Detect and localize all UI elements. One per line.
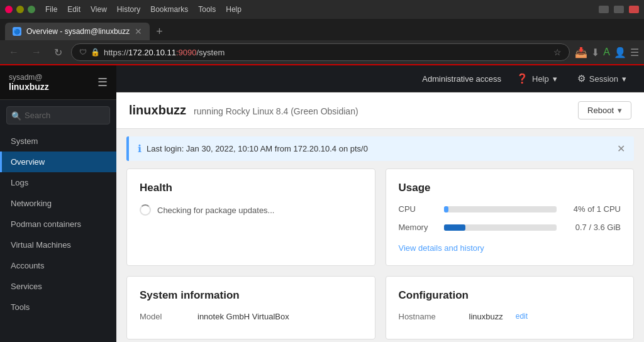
sidebar-item-system[interactable]: System	[0, 131, 116, 152]
extension-icon[interactable]: A	[603, 47, 610, 58]
restore-button[interactable]	[614, 6, 624, 13]
search-icon: 🔍	[11, 111, 21, 120]
sidebar-item-logs[interactable]: Logs	[0, 172, 116, 193]
browser-menubar: File Edit View History Bookmarks Tools H…	[0, 0, 644, 19]
cpu-bar	[444, 206, 448, 212]
page-subtitle: running Rocky Linux 8.4 (Green Obsidian)	[194, 106, 358, 116]
sidebar-item-label: Logs	[11, 178, 28, 187]
url-text: https://172.20.10.11:9090/system	[104, 48, 550, 57]
window-close-button[interactable]	[5, 6, 13, 13]
tab-favicon-icon: 🔵	[13, 27, 21, 36]
main-content: Administrative access ❓ Help ▾ ⚙ Session…	[116, 65, 644, 342]
url-host: 172.20.10.11	[128, 48, 176, 57]
session-button[interactable]: ⚙ Session ▾	[572, 70, 631, 87]
alert-banner: ℹ Last login: Jan 30, 2022, 10:10 AM fro…	[126, 136, 634, 161]
sidebar-username: sysadm@	[9, 73, 49, 82]
url-path: /system	[196, 48, 225, 57]
close-button[interactable]	[629, 6, 639, 13]
config-card: Configuration Hostname linuxbuzz edit	[386, 276, 635, 339]
menu-icon[interactable]: ☰	[630, 47, 639, 58]
alert-content: ℹ Last login: Jan 30, 2022, 10:10 AM fro…	[138, 143, 368, 155]
sidebar-item-tools[interactable]: Tools	[0, 297, 116, 317]
menu-tools[interactable]: Tools	[198, 5, 216, 14]
menu-edit[interactable]: Edit	[67, 5, 80, 14]
sidebar-search-container: 🔍	[0, 100, 116, 131]
url-protocol: https://	[104, 48, 128, 57]
bookmark-star-icon[interactable]: ☆	[553, 47, 562, 57]
hostname-config-value: linuxbuzz	[469, 312, 503, 321]
health-card: Health Checking for package updates...	[126, 168, 375, 266]
sidebar: sysadm@ linuxbuzz ☰ 🔍 System Overview Lo…	[0, 65, 116, 342]
browser-menu: File Edit View History Bookmarks Tools H…	[40, 5, 247, 14]
usage-title: Usage	[399, 182, 621, 194]
menu-file[interactable]: File	[45, 5, 57, 14]
sidebar-item-networking[interactable]: Networking	[0, 193, 116, 214]
sidebar-nav: System Overview Logs Networking Podman c…	[0, 131, 116, 342]
reboot-chevron-icon: ▾	[618, 106, 622, 115]
page-title-area: linuxbuzz running Rocky Linux 8.4 (Green…	[129, 103, 358, 118]
navigation-bar: ← → ↻ 🛡 🔒 https://172.20.10.11:9090/syst…	[0, 40, 644, 65]
menu-view[interactable]: View	[91, 5, 107, 14]
search-input[interactable]	[6, 106, 110, 124]
hostname-config-row: Hostname linuxbuzz edit	[399, 312, 621, 321]
tab-label: Overview - sysadm@linuxbuzz	[26, 27, 130, 36]
url-bar[interactable]: 🛡 🔒 https://172.20.10.11:9090/system ☆	[71, 43, 570, 61]
memory-bar	[444, 224, 465, 231]
window-controls	[5, 6, 35, 13]
sidebar-item-overview[interactable]: Overview	[0, 152, 116, 172]
sidebar-item-label: Podman containers	[11, 219, 81, 229]
alert-close-button[interactable]: ✕	[617, 143, 625, 155]
menu-history[interactable]: History	[117, 5, 140, 14]
info-icon: ℹ	[138, 143, 142, 155]
sidebar-item-label: Services	[11, 282, 42, 291]
admin-access-label: Administrative access	[422, 74, 501, 84]
help-chevron-icon: ▾	[553, 74, 557, 84]
reload-button[interactable]: ↻	[50, 44, 66, 61]
cpu-usage-row: CPU 4% of 1 CPU	[399, 204, 621, 214]
nav-right-buttons: 📥 ⬇ A 👤 ☰	[575, 47, 639, 58]
sidebar-item-services[interactable]: Services	[0, 276, 116, 297]
reboot-button[interactable]: Reboot ▾	[578, 101, 631, 119]
sidebar-item-label: System	[11, 136, 38, 146]
help-button[interactable]: ❓ Help ▾	[511, 70, 562, 87]
content-grid: Health Checking for package updates... U…	[116, 168, 644, 342]
window-maximize-button[interactable]	[28, 6, 35, 13]
active-tab[interactable]: 🔵 Overview - sysadm@linuxbuzz ✕	[5, 23, 150, 40]
new-tab-button[interactable]: +	[151, 23, 168, 40]
lock-icon: 🔒	[91, 48, 100, 57]
menu-bookmarks[interactable]: Bookmarks	[150, 5, 188, 14]
hostname-edit-link[interactable]: edit	[516, 312, 528, 321]
sidebar-toggle-icon[interactable]: ☰	[97, 75, 108, 89]
health-checking: Checking for package updates...	[140, 204, 362, 216]
loading-spinner	[140, 204, 151, 216]
sidebar-item-label: Overview	[11, 157, 45, 167]
sidebar-hostname: linuxbuzz	[9, 82, 49, 92]
forward-button[interactable]: →	[28, 44, 45, 60]
pocket-icon[interactable]: 📥	[575, 47, 587, 58]
window-minimize-button[interactable]	[16, 6, 24, 13]
model-label: Model	[140, 312, 190, 321]
sidebar-item-accounts[interactable]: Accounts	[0, 255, 116, 276]
memory-value: 0.7 / 3.6 GiB	[564, 223, 621, 232]
cpu-label: CPU	[399, 204, 436, 214]
tab-bar: 🔵 Overview - sysadm@linuxbuzz ✕ +	[0, 19, 644, 40]
menu-help[interactable]: Help	[226, 5, 242, 14]
sidebar-item-podman[interactable]: Podman containers	[0, 214, 116, 234]
back-button[interactable]: ←	[5, 44, 23, 60]
sidebar-header: sysadm@ linuxbuzz ☰	[0, 65, 116, 100]
tab-close-button[interactable]: ✕	[135, 26, 142, 36]
help-label: Help	[532, 74, 549, 84]
memory-bar-container	[444, 224, 557, 231]
sidebar-item-label: Virtual Machines	[11, 240, 71, 250]
minimize-button[interactable]	[599, 6, 609, 13]
model-row: Model innotek GmbH VirtualBox	[140, 312, 362, 321]
help-icon: ❓	[516, 73, 528, 84]
config-title: Configuration	[399, 289, 621, 302]
gear-icon: ⚙	[577, 73, 586, 84]
sidebar-user-info: sysadm@ linuxbuzz	[9, 73, 49, 92]
sidebar-item-vms[interactable]: Virtual Machines	[0, 234, 116, 255]
usage-card: Usage CPU 4% of 1 CPU Memory 0.7 / 3.6 G…	[386, 168, 635, 266]
download-icon[interactable]: ⬇	[591, 47, 599, 58]
view-details-link[interactable]: View details and history	[399, 243, 484, 253]
profile-icon[interactable]: 👤	[614, 47, 626, 58]
